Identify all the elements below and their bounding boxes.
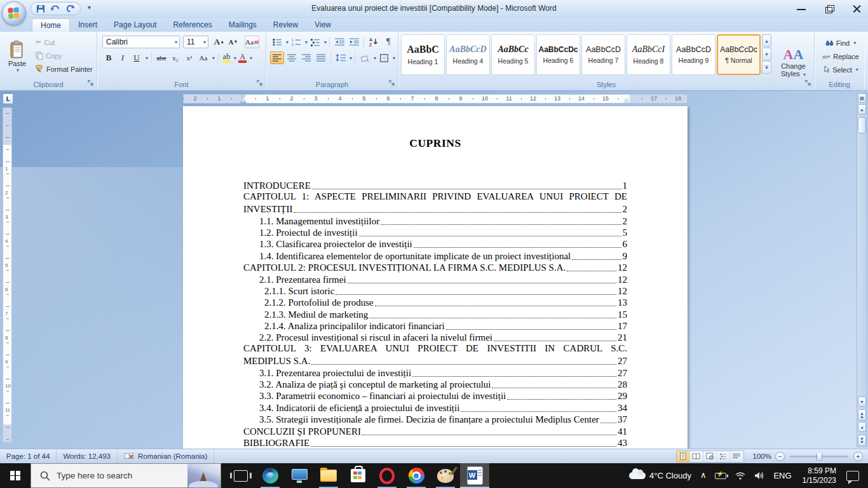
copy-button[interactable]: Copy	[34, 49, 95, 62]
italic-button[interactable]: I	[116, 51, 129, 64]
increase-indent-button[interactable]	[347, 36, 361, 48]
change-case-button[interactable]: Aa	[197, 51, 210, 64]
bold-button[interactable]: B	[102, 51, 115, 64]
tab-review[interactable]: Review	[265, 18, 306, 32]
tab-page-layout[interactable]: Page Layout	[105, 18, 165, 32]
outline-view-button[interactable]	[717, 451, 730, 462]
align-left-button[interactable]	[270, 51, 284, 64]
underline-caret-icon[interactable]: ▾	[146, 55, 148, 61]
zoom-in-button[interactable]: +	[853, 452, 863, 461]
next-page-button[interactable]: ▼▼	[858, 435, 866, 446]
previous-page-button[interactable]: ▲▲	[858, 409, 866, 421]
font-size-combo[interactable]: 11▾	[183, 36, 208, 48]
taskbar-word[interactable]	[460, 463, 489, 488]
align-right-button[interactable]	[299, 51, 313, 64]
taskbar-search[interactable]: Type here to search	[31, 463, 221, 488]
justify-button[interactable]	[314, 51, 328, 64]
grow-font-button[interactable]: A▲	[213, 36, 226, 48]
style-card-heading-6[interactable]: AaBbCcDcHeading 6	[536, 34, 580, 75]
vertical-scrollbar[interactable]: ▦ ▲ ▼ ▲▲ ● ▼▼	[857, 92, 867, 447]
style-card-heading-7[interactable]: AaBbCcDHeading 7	[581, 34, 625, 75]
close-button[interactable]	[851, 4, 863, 14]
cut-button[interactable]: ✂ Cut	[34, 36, 95, 49]
align-center-button[interactable]	[285, 51, 299, 64]
line-spacing-caret-icon[interactable]: ▾	[349, 55, 352, 61]
minimize-button[interactable]	[796, 4, 807, 14]
paste-button[interactable]: Paste ▾	[4, 35, 31, 78]
numbering-button[interactable]: 12	[289, 36, 303, 48]
shading-button[interactable]	[358, 51, 372, 64]
web-layout-view-button[interactable]	[703, 451, 717, 462]
start-button[interactable]	[0, 463, 31, 488]
shrink-font-button[interactable]: A▼	[227, 36, 240, 48]
style-card-heading-8[interactable]: AaBbCcIHeading 8	[627, 34, 670, 75]
styles-scroll-up-button[interactable]: ▲	[762, 34, 771, 47]
battery-icon[interactable]	[710, 463, 731, 488]
taskbar-paint[interactable]	[431, 463, 460, 488]
styles-dialog-launcher[interactable]	[805, 80, 813, 88]
styles-scroll-down-button[interactable]: ▼	[762, 48, 771, 60]
numbering-caret-icon[interactable]: ▾	[305, 39, 308, 45]
restore-button[interactable]	[824, 4, 835, 14]
select-button[interactable]: Select▾	[818, 63, 863, 76]
superscript-button[interactable]: x²	[183, 51, 196, 64]
browse-object-button[interactable]: ●	[858, 422, 866, 432]
task-view-button[interactable]	[226, 463, 255, 488]
style-card-heading-1[interactable]: AaBbCHeading 1	[401, 34, 445, 75]
multilevel-list-button[interactable]	[308, 36, 322, 48]
taskbar-store[interactable]	[343, 463, 372, 488]
search-highlight-image[interactable]	[187, 464, 220, 488]
paragraph-dialog-launcher[interactable]	[389, 80, 397, 88]
borders-caret-icon[interactable]: ▾	[393, 55, 395, 61]
indent-markers[interactable]	[241, 95, 246, 104]
underline-button[interactable]: U	[130, 51, 143, 64]
show-hide-pilcrow-button[interactable]: ¶	[381, 36, 395, 48]
bullets-button[interactable]	[270, 36, 284, 48]
styles-more-button[interactable]: ▼—	[762, 61, 771, 74]
full-screen-reading-view-button[interactable]	[690, 451, 703, 462]
office-button[interactable]	[2, 1, 26, 25]
sort-button[interactable]: AZ	[367, 36, 381, 48]
scrollbar-thumb[interactable]	[858, 117, 866, 133]
language-indicator[interactable]: ENG	[769, 463, 796, 488]
style-card-heading-5[interactable]: AaBbCcHeading 5	[491, 34, 535, 75]
highlight-button[interactable]: ab	[222, 53, 231, 64]
font-dialog-launcher[interactable]	[257, 80, 264, 88]
taskbar-edge[interactable]	[255, 463, 285, 488]
zoom-slider-thumb[interactable]	[817, 452, 822, 461]
weather-widget[interactable]: 4°C Cloudy	[625, 463, 696, 488]
ruler-toggle-button[interactable]: ▦	[858, 93, 866, 103]
zoom-level[interactable]: 100%	[753, 452, 771, 460]
subscript-button[interactable]: x₂	[169, 51, 182, 64]
action-center-icon[interactable]	[846, 471, 859, 481]
right-indent-marker[interactable]	[624, 98, 629, 102]
font-name-combo[interactable]: Calibri▾	[102, 36, 180, 48]
style-card-heading-9[interactable]: AaBbCcDHeading 9	[672, 34, 715, 75]
highlight-caret-icon[interactable]: ▾	[234, 55, 236, 61]
page-indicator[interactable]: Page: 1 of 44	[0, 449, 57, 463]
horizontal-ruler[interactable]: 211234567891011121314151718	[183, 94, 688, 104]
scroll-up-button[interactable]: ▲	[858, 104, 866, 114]
word-count[interactable]: Words: 12,493	[57, 449, 118, 463]
tab-references[interactable]: References	[165, 18, 220, 32]
taskbar-file-explorer[interactable]	[314, 463, 343, 488]
find-button[interactable]: Find▾	[818, 36, 863, 50]
font-color-caret-icon[interactable]: ▾	[250, 55, 252, 61]
draft-view-button[interactable]	[730, 451, 743, 462]
tray-expand-icon[interactable]: ∧	[696, 463, 711, 487]
zoom-out-button[interactable]: −	[775, 452, 785, 461]
tab-home[interactable]: Home	[32, 18, 70, 32]
tab-stop-selector[interactable]: L	[3, 93, 13, 104]
wifi-icon[interactable]	[731, 463, 750, 488]
clear-formatting-button[interactable]: Aa	[245, 36, 259, 48]
format-painter-button[interactable]: Format Painter	[34, 62, 95, 76]
tab-mailings[interactable]: Mailings	[220, 18, 265, 32]
vertical-ruler[interactable]: 1234567891011	[3, 107, 12, 443]
bullets-caret-icon[interactable]: ▾	[286, 39, 288, 45]
taskbar-this-pc[interactable]	[285, 463, 314, 488]
tab-insert[interactable]: Insert	[70, 18, 105, 32]
line-spacing-button[interactable]	[334, 51, 348, 64]
font-color-button[interactable]: A	[238, 53, 247, 64]
strikethrough-button[interactable]: abe	[155, 51, 168, 64]
proofing-status[interactable]: Romanian (Romania)	[118, 449, 214, 463]
